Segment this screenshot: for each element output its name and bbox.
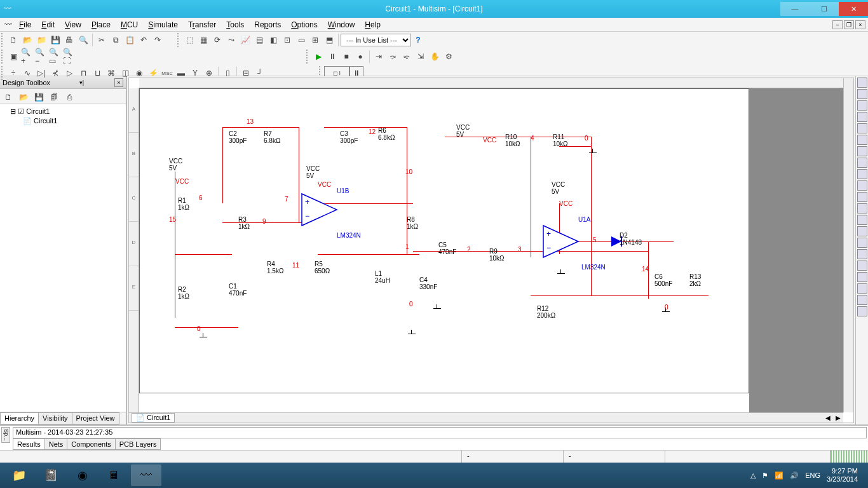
undo-icon[interactable]: ↶ — [137, 33, 151, 47]
task-multisim-icon[interactable]: 〰 — [131, 464, 161, 486]
step5-icon[interactable]: ✋ — [428, 50, 442, 64]
comp-misc-icon[interactable]: ⌘ — [104, 66, 118, 80]
tbx-i2[interactable]: 📂 — [17, 90, 31, 104]
instr-8[interactable] — [857, 158, 867, 168]
tray-flag-icon[interactable]: ⚑ — [762, 471, 768, 480]
gnd-5[interactable] — [588, 152, 598, 160]
menu-options[interactable]: Options — [286, 19, 322, 30]
pause-icon[interactable]: ⏸ — [325, 50, 339, 64]
tb-a11[interactable]: ⬒ — [322, 33, 336, 47]
mdi-restore[interactable]: ❐ — [844, 20, 854, 29]
instr-2[interactable] — [857, 89, 867, 99]
mdi-minimize[interactable]: − — [832, 20, 843, 29]
tray-clock[interactable]: 9:27 PM 3/23/2014 — [827, 467, 858, 484]
zoom-in-icon[interactable]: 🔍+ — [20, 50, 34, 64]
instr-16[interactable] — [857, 249, 867, 259]
tbx-i4[interactable]: 🗐 — [47, 90, 61, 104]
copy-icon[interactable]: ⧉ — [109, 33, 123, 47]
instr-1[interactable] — [857, 78, 867, 88]
record-icon[interactable]: ● — [353, 50, 367, 64]
instr-5[interactable] — [857, 123, 867, 133]
menu-tools[interactable]: Tools — [221, 19, 249, 30]
menu-mcu[interactable]: MCU — [116, 19, 143, 30]
task-chrome-icon[interactable]: ◉ — [67, 464, 98, 486]
instr-18[interactable] — [857, 272, 867, 282]
tb-a2[interactable]: ▦ — [196, 33, 210, 47]
tree-root[interactable]: Circuit1 — [26, 107, 50, 115]
zoom-fit-icon[interactable]: 🔍⛶ — [62, 50, 76, 64]
tab-components[interactable]: Components — [67, 438, 115, 450]
comp-ttl-icon[interactable]: ⊓ — [76, 66, 90, 80]
comp-diode-icon[interactable]: ▷| — [34, 66, 48, 80]
print-icon[interactable]: 🖶 — [62, 33, 76, 47]
tab-visibility[interactable]: Visibility — [38, 412, 72, 424]
instr-4[interactable] — [857, 112, 867, 122]
tb-a10[interactable]: ⊞ — [308, 33, 322, 47]
tb-a3[interactable]: ⟳ — [210, 33, 224, 47]
tray-vol-icon[interactable]: 🔊 — [790, 471, 799, 480]
zoom-out-icon[interactable]: 🔍− — [34, 50, 48, 64]
gnd-4[interactable] — [556, 273, 566, 281]
instr-17[interactable] — [857, 261, 867, 271]
instr-20[interactable] — [857, 295, 867, 305]
tbx-i1[interactable]: 🗋 — [1, 90, 15, 104]
instr-7[interactable] — [857, 146, 867, 156]
tray-up-icon[interactable]: △ — [750, 471, 756, 480]
menu-place[interactable]: Place — [86, 19, 116, 30]
zoom-full-icon[interactable]: ▣ — [6, 50, 20, 64]
menu-file[interactable]: File — [14, 19, 36, 30]
cut-icon[interactable]: ✂ — [95, 33, 109, 47]
tb-a8[interactable]: ⊡ — [280, 33, 294, 47]
step6-icon[interactable]: ⚙ — [442, 50, 456, 64]
task-notes-icon[interactable]: 📓 — [36, 464, 66, 486]
save-icon[interactable]: 💾 — [48, 33, 62, 47]
paste-icon[interactable]: 📋 — [123, 33, 137, 47]
menu-help[interactable]: Help — [360, 19, 386, 30]
sheet-tab[interactable]: 📄 Circuit1 — [132, 413, 175, 423]
redo-icon[interactable]: ↷ — [151, 33, 165, 47]
scrollbar-vertical[interactable] — [843, 78, 853, 412]
opamp-u1b[interactable]: + − — [299, 191, 341, 229]
menu-window[interactable]: Window — [323, 19, 360, 30]
menu-reports[interactable]: Reports — [249, 19, 286, 30]
scroll-left-icon[interactable]: ◀ — [823, 414, 833, 421]
instr-13[interactable] — [857, 215, 867, 225]
comp-trans-icon[interactable]: ⊀ — [48, 66, 62, 80]
instr-12[interactable] — [857, 203, 867, 214]
menu-view[interactable]: View — [60, 19, 86, 30]
tab-project-view[interactable]: Project View — [72, 412, 119, 424]
menu-transfer[interactable]: Transfer — [183, 19, 221, 30]
schematic-sheet[interactable]: + − + − — [139, 88, 749, 393]
scrollbar-horizontal[interactable]: 📄 Circuit1 ◀ ▶ — [129, 412, 843, 423]
spreadsheet-vtab[interactable]: Sp... — [1, 427, 10, 443]
scroll-right-icon[interactable]: ▶ — [833, 414, 843, 421]
tbx-i5[interactable]: ⎙ — [62, 90, 76, 104]
gnd-2[interactable] — [407, 334, 417, 341]
step4-icon[interactable]: ⇲ — [414, 50, 428, 64]
tree-child[interactable]: Circuit1 — [34, 117, 57, 125]
step1-icon[interactable]: ⇥ — [372, 50, 386, 64]
step3-icon[interactable]: ⤽ — [400, 50, 414, 64]
task-calc-icon[interactable]: 🖩 — [99, 464, 130, 486]
tab-pcb-layers[interactable]: PCB Layers — [115, 438, 161, 450]
comp-analog-icon[interactable]: ▷ — [62, 66, 76, 80]
instr-9[interactable] — [857, 169, 867, 179]
instr-21[interactable] — [857, 306, 867, 316]
instr-19[interactable] — [857, 283, 867, 294]
instr-14[interactable] — [857, 226, 867, 236]
tbx-i3[interactable]: 💾 — [32, 90, 46, 104]
tab-nets[interactable]: Nets — [44, 438, 68, 450]
close-button[interactable]: ✕ — [839, 2, 868, 16]
open-icon[interactable]: 📂 — [20, 33, 34, 47]
instr-3[interactable] — [857, 100, 867, 111]
tb-a9[interactable]: ▭ — [294, 33, 308, 47]
stop-icon[interactable]: ■ — [339, 50, 353, 64]
tab-hierarchy[interactable]: Hierarchy — [0, 412, 39, 424]
project-tree[interactable]: ⊟ ☑ Circuit1 📄 Circuit1 — [0, 104, 126, 412]
instr-6[interactable] — [857, 135, 867, 145]
comp-basic-icon[interactable]: ∿ — [20, 66, 34, 80]
tray-net-icon[interactable]: 📶 — [775, 471, 783, 480]
tb-a4[interactable]: ⤳ — [224, 33, 238, 47]
gnd-3[interactable] — [432, 308, 442, 316]
mdi-close[interactable]: × — [855, 20, 865, 29]
